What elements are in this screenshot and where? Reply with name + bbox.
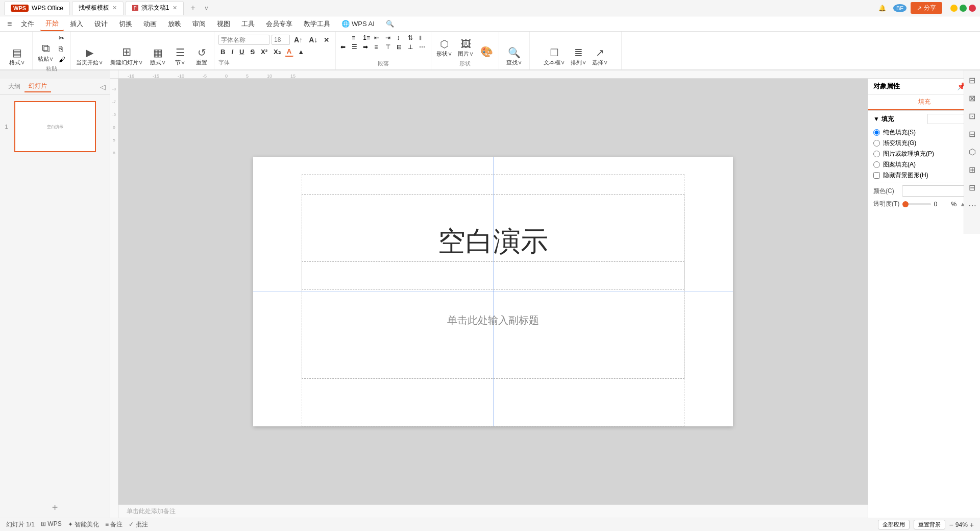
reset-bg-btn[interactable]: 重置背景	[914, 520, 945, 529]
apply-all-btn[interactable]: 全部应用	[878, 520, 910, 529]
fill-pattern-radio[interactable]	[873, 161, 880, 168]
highlight-btn[interactable]: ▲	[296, 47, 306, 56]
ribbon-btn-textbox[interactable]: ☐ 文本框∨	[542, 45, 567, 67]
columns-btn[interactable]: ⦀	[418, 34, 428, 42]
ribbon-btn-format[interactable]: ▤ 格式∨	[7, 45, 27, 67]
slide-canvas[interactable]: 空白演示 单击此处输入副标题	[253, 157, 733, 426]
menu-tools[interactable]: 工具	[236, 17, 260, 31]
tab-wps-office[interactable]: WPS WPS Office	[4, 1, 70, 15]
notes-bar[interactable]: 单击此处添加备注	[110, 504, 868, 518]
tab-template[interactable]: 找模板模板 ✕	[72, 1, 124, 15]
text-direction-btn[interactable]: ⇅	[406, 34, 416, 42]
more-para-btn[interactable]: ⋯	[418, 43, 428, 51]
sidebar-icon-7[interactable]: ⊟	[967, 181, 977, 195]
ribbon-btn-paste[interactable]: ⧉ 粘贴∨	[36, 41, 56, 64]
font-color-btn[interactable]: A	[285, 47, 293, 57]
font-grow-btn[interactable]: A↑	[292, 35, 305, 44]
tab-add-button[interactable]: ＋	[186, 3, 200, 13]
opacity-thumb[interactable]	[902, 201, 909, 207]
tab-template-close[interactable]: ✕	[112, 5, 117, 11]
slide-tab-slides[interactable]: 幻灯片	[24, 81, 51, 92]
font-size-input[interactable]	[272, 35, 290, 45]
sidebar-icon-4[interactable]: ⊟	[967, 127, 977, 141]
zoom-out-btn[interactable]: −	[949, 521, 953, 529]
ribbon-btn-layout[interactable]: ▦ 版式∨	[148, 45, 168, 67]
menu-file[interactable]: 文件	[16, 17, 39, 31]
ribbon-btn-copy[interactable]: ⎘	[57, 44, 67, 53]
sidebar-icon-1[interactable]: ⊟	[967, 74, 977, 87]
fill-option-picture[interactable]: 图片或纹理填充(P)	[873, 150, 975, 158]
align-left-btn[interactable]: ⬅	[339, 43, 349, 51]
menu-slideshow[interactable]: 放映	[163, 17, 186, 31]
tab-doc1[interactable]: 🅿 演示文稿1 ✕	[126, 1, 184, 15]
tab-doc1-close[interactable]: ✕	[173, 5, 177, 11]
ribbon-btn-reset[interactable]: ↺ 重置	[192, 45, 211, 67]
superscript-btn[interactable]: X²	[259, 47, 270, 56]
ribbon-btn-start[interactable]: ▶ 当页开始∨	[74, 45, 105, 67]
smart-beautify-btn[interactable]: ✦ 智能美化	[68, 520, 99, 529]
ribbon-btn-picture[interactable]: 🖼 图片∨	[456, 37, 476, 59]
indent-right-btn[interactable]: ⇥	[384, 34, 394, 42]
menu-search[interactable]: 🔍	[381, 18, 399, 30]
ribbon-btn-section[interactable]: ☰ 节∨	[171, 45, 189, 67]
bullet-list-btn[interactable]: ≡	[350, 34, 360, 42]
menu-animations[interactable]: 动画	[138, 17, 162, 31]
wps-status[interactable]: ⊞ WPS	[41, 520, 62, 529]
sidebar-icon-6[interactable]: ⊞	[967, 163, 977, 177]
close-button[interactable]	[969, 5, 976, 12]
font-name-input[interactable]	[218, 35, 270, 45]
italic-btn[interactable]: I	[229, 47, 235, 56]
justify-btn[interactable]: ≡	[373, 43, 383, 51]
fill-hide-bg-checkbox[interactable]	[873, 172, 880, 179]
comment-btn[interactable]: ≡ 备注	[105, 520, 122, 529]
sidebar-more[interactable]: ⋯	[966, 199, 978, 212]
align-right-btn[interactable]: ➡	[361, 43, 372, 51]
subtitle-textbox[interactable]: 单击此处输入副标题	[302, 261, 684, 379]
slide-title[interactable]: 空白演示	[438, 223, 548, 260]
sidebar-icon-3[interactable]: ⊡	[967, 109, 977, 123]
opacity-slider[interactable]	[902, 203, 930, 205]
valign-bot-btn[interactable]: ⊥	[406, 43, 416, 51]
add-slide-icon[interactable]: +	[52, 502, 58, 513]
slide-thumb-1[interactable]: 1 空白演示	[14, 101, 96, 152]
minimize-button[interactable]	[950, 5, 958, 12]
ribbon-btn-format-painter[interactable]: 🖌	[57, 55, 67, 64]
align-center-btn[interactable]: ☰	[350, 43, 360, 51]
menu-wpsai[interactable]: 🌐 WPS AI	[336, 18, 379, 30]
fill-solid-radio[interactable]	[873, 129, 880, 136]
bell-icon[interactable]: 🔔	[875, 4, 889, 13]
slide-panel-collapse[interactable]: ◁	[100, 83, 106, 91]
sidebar-icon-5[interactable]: ⬡	[967, 145, 978, 159]
menu-member[interactable]: 会员专享	[261, 17, 298, 31]
add-slide-btn[interactable]: +	[0, 498, 110, 518]
share-button[interactable]: ↗ 分享	[911, 2, 942, 14]
ribbon-btn-new-slide[interactable]: ⊞ 新建幻灯片∨	[108, 44, 145, 67]
strikethrough-btn[interactable]: S	[248, 47, 257, 56]
slide-canvas-wrapper[interactable]: 空白演示 单击此处输入副标题	[118, 79, 868, 504]
line-spacing-btn[interactable]: ↕	[395, 34, 405, 42]
valign-top-btn[interactable]: ⊤	[384, 43, 394, 51]
user-avatar[interactable]: BF	[893, 4, 906, 12]
slide-tab-outline[interactable]: 大纲	[4, 81, 24, 92]
subscript-btn[interactable]: X₂	[272, 47, 283, 56]
fill-picture-radio[interactable]	[873, 151, 880, 157]
fill-option-hide-bg[interactable]: 隐藏背景图形(H)	[873, 171, 975, 180]
notes-placeholder[interactable]: 单击此处添加备注	[127, 507, 176, 516]
font-shrink-btn[interactable]: A↓	[307, 35, 320, 44]
fill-option-gradient[interactable]: 渐变填充(G)	[873, 139, 975, 148]
menu-design[interactable]: 设计	[89, 17, 113, 31]
hamburger-menu[interactable]: ≡	[4, 19, 15, 29]
maximize-button[interactable]	[960, 5, 967, 12]
menu-view[interactable]: 视图	[212, 17, 235, 31]
ribbon-btn-fill-color[interactable]: 🎨	[477, 44, 496, 59]
fill-option-solid[interactable]: 纯色填充(S)	[873, 128, 975, 137]
fill-color-swatch-header[interactable]	[927, 114, 968, 124]
numbered-list-btn[interactable]: 1≡	[361, 34, 372, 42]
ribbon-btn-arrange[interactable]: ≣ 排列∨	[569, 45, 589, 67]
bold-btn[interactable]: B	[218, 47, 227, 56]
menu-transitions[interactable]: 切换	[114, 17, 137, 31]
ribbon-btn-cut[interactable]: ✂	[57, 34, 67, 42]
ribbon-btn-find[interactable]: 🔍 查找∨	[504, 45, 524, 67]
menu-teaching[interactable]: 教学工具	[299, 17, 335, 31]
sidebar-icon-2[interactable]: ⊠	[967, 91, 977, 105]
